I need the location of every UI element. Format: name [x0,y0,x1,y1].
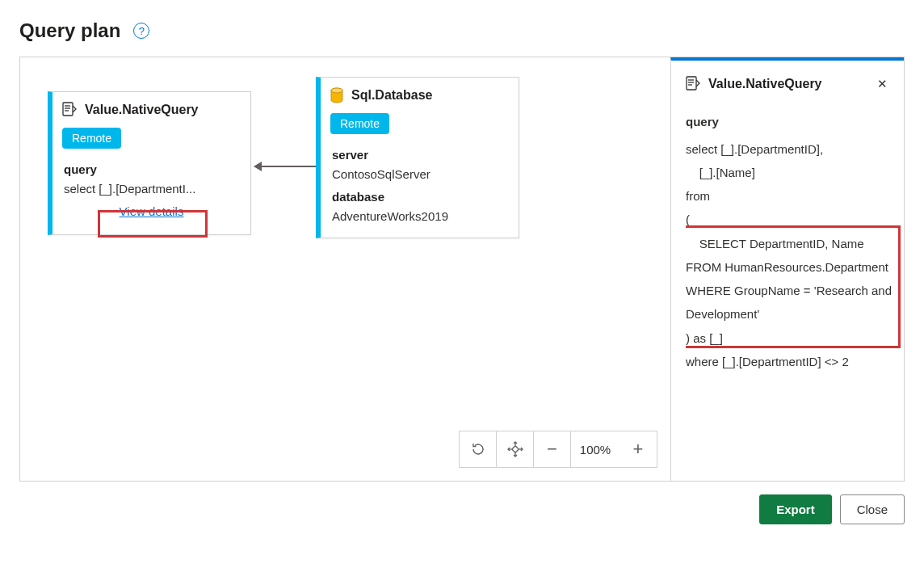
reset-icon [471,442,485,457]
node-title: Sql.Database [351,88,432,103]
svg-rect-6 [511,446,518,452]
zoom-out-button[interactable]: − [534,431,571,467]
help-icon[interactable]: ? [133,23,149,39]
server-value: ContosoSqlServer [332,165,507,184]
reset-view-button[interactable] [460,431,497,467]
node-header: Sql.Database [321,78,519,110]
svg-rect-11 [687,77,696,90]
page-title: Query plan [19,19,120,42]
fit-icon [507,441,523,457]
zoom-toolbar: − 100% + [459,431,657,468]
fit-view-button[interactable] [497,431,534,467]
close-button[interactable]: Close [840,494,905,524]
zoom-in-button[interactable]: + [620,431,657,467]
database-icon [330,87,343,103]
panel-query-label: query [686,111,901,134]
query-plan-canvas[interactable]: Value.NativeQuery Remote query select [_… [20,57,670,481]
close-panel-button[interactable]: ✕ [874,74,891,95]
panel-title: Value.NativeQuery [708,77,822,91]
query-preview: select [_].[DepartmentI... [64,179,239,199]
connector-arrow [254,166,316,167]
svg-rect-0 [63,103,73,116]
database-label: database [332,187,507,207]
database-value: AdventureWorks2019 [332,207,507,226]
server-label: server [332,145,507,165]
view-details-link[interactable]: View details [120,204,184,218]
workspace: Value.NativeQuery Remote query select [_… [19,57,905,482]
native-query-icon [62,102,77,118]
remote-badge: Remote [62,128,121,149]
node-sql-database[interactable]: Sql.Database Remote server ContosoSqlSer… [316,77,519,238]
node-title: Value.NativeQuery [85,103,199,117]
svg-point-5 [331,88,342,93]
panel-query-text: select [_].[DepartmentID], [_].[Name] fr… [686,137,901,374]
node-value-nativequery[interactable]: Value.NativeQuery Remote query select [_… [48,91,251,235]
dialog-header: Query plan ? [19,19,905,42]
dialog-footer: Export Close [19,494,905,524]
query-label: query [64,160,239,179]
remote-badge: Remote [330,113,389,134]
export-button[interactable]: Export [759,494,832,524]
zoom-level: 100% [571,431,620,467]
details-panel: Value.NativeQuery ✕ query select [_].[De… [670,57,904,481]
node-header: Value.NativeQuery [52,92,250,124]
native-query-icon [686,76,700,92]
